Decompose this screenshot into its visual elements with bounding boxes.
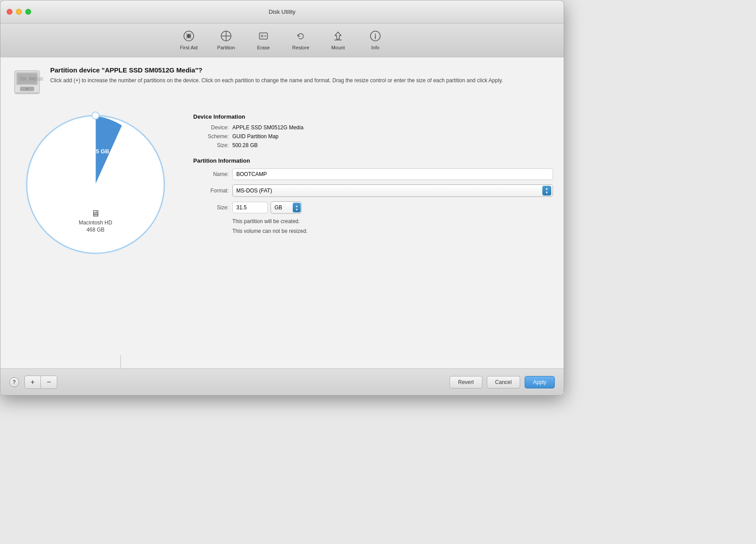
partition-info-title: Partition Information bbox=[193, 157, 553, 164]
svg-point-13 bbox=[26, 88, 28, 90]
svg-text:SSD SM0512G: SSD SM0512G bbox=[20, 77, 43, 81]
scheme-label: Scheme: bbox=[193, 133, 229, 140]
restore-label: Restore bbox=[292, 45, 310, 50]
device-value: APPLE SSD SM0512G Media bbox=[232, 124, 553, 131]
bottom-divider bbox=[120, 355, 121, 368]
info-label: Info bbox=[371, 45, 379, 50]
restore-icon bbox=[295, 30, 306, 44]
header-text: Partition device "APPLE SSD SM0512G Medi… bbox=[50, 66, 503, 84]
toolbar-first-aid[interactable]: First Aid bbox=[171, 27, 207, 53]
device-info-title: Device Information bbox=[193, 113, 553, 120]
info-panel: Device Information Device: APPLE SSD SM0… bbox=[193, 109, 553, 238]
mount-label: Mount bbox=[331, 45, 345, 50]
bottom-right-controls: Revert Cancel Apply bbox=[450, 376, 555, 388]
erase-icon bbox=[258, 30, 269, 44]
header-section: SSD SM0512G Partition device "APPLE SSD … bbox=[11, 66, 553, 98]
info-icon bbox=[370, 30, 381, 44]
header-title: Partition device "APPLE SSD SM0512G Medi… bbox=[50, 66, 503, 74]
main-wrapper: SSD SM0512G Partition device "APPLE SSD … bbox=[0, 57, 564, 395]
window-title: Disk Utility bbox=[269, 8, 296, 15]
format-select[interactable]: MS-DOS (FAT) ExFAT Mac OS Extended (Jour… bbox=[232, 184, 553, 197]
mac-os-icon: 🖥 bbox=[91, 208, 100, 219]
first-aid-icon bbox=[183, 30, 195, 44]
toolbar: First Aid Partition Erase bbox=[0, 24, 564, 57]
two-col-layout: 31.5 GB 🖥 Macintosh HD 468 GB Device Inf… bbox=[11, 109, 553, 260]
pie-wrapper: 31.5 GB 🖥 Macintosh HD 468 GB bbox=[20, 109, 171, 260]
erase-label: Erase bbox=[257, 45, 270, 50]
mac-size: 468 GB bbox=[87, 227, 105, 233]
help-button[interactable]: ? bbox=[9, 377, 19, 387]
first-aid-label: First Aid bbox=[180, 45, 198, 50]
device-label: Device: bbox=[193, 124, 229, 131]
mount-icon bbox=[332, 30, 344, 44]
partition-label: Partition bbox=[217, 45, 235, 50]
toolbar-restore[interactable]: Restore bbox=[283, 27, 318, 53]
name-label: Name: bbox=[193, 171, 229, 177]
size-field-row: Size: GB MB TB bbox=[193, 201, 553, 214]
bottom-left-controls: ? + − bbox=[9, 376, 57, 389]
size-label: Size: bbox=[193, 204, 229, 211]
unit-select-wrapper: GB MB TB bbox=[271, 201, 302, 214]
format-select-wrapper: MS-DOS (FAT) ExFAT Mac OS Extended (Jour… bbox=[232, 184, 553, 197]
format-label: Format: bbox=[193, 188, 229, 194]
header-description: Click add (+) to increase the number of … bbox=[50, 76, 503, 84]
unit-select[interactable]: GB MB TB bbox=[271, 201, 302, 214]
remove-partition-button[interactable]: − bbox=[41, 376, 57, 388]
note2: This volume can not be resized. bbox=[232, 228, 553, 234]
pie-area: 31.5 GB 🖥 Macintosh HD 468 GB bbox=[11, 109, 180, 260]
device-size-label: Size: bbox=[193, 142, 229, 148]
svg-marker-5 bbox=[335, 32, 341, 39]
note1: This partition will be created. bbox=[232, 218, 553, 224]
add-partition-button[interactable]: + bbox=[25, 376, 41, 388]
toolbar-erase[interactable]: Erase bbox=[246, 27, 281, 53]
disk-icon: SSD SM0512G bbox=[11, 66, 43, 98]
toolbar-info[interactable]: Info bbox=[358, 27, 393, 53]
size-number-input[interactable] bbox=[232, 202, 268, 213]
revert-button[interactable]: Revert bbox=[450, 376, 482, 388]
title-bar: Disk Utility bbox=[0, 0, 564, 24]
maximize-button[interactable] bbox=[25, 9, 31, 15]
svg-rect-14 bbox=[16, 92, 39, 93]
format-field-row: Format: MS-DOS (FAT) ExFAT Mac OS Extend… bbox=[193, 184, 553, 197]
svg-point-16 bbox=[92, 112, 99, 119]
partition-add-remove-controls: + − bbox=[24, 376, 57, 389]
window-controls[interactable] bbox=[7, 9, 31, 15]
apply-button[interactable]: Apply bbox=[525, 376, 555, 388]
cancel-button[interactable]: Cancel bbox=[487, 376, 520, 388]
partition-icon bbox=[220, 30, 232, 44]
main-content: SSD SM0512G Partition device "APPLE SSD … bbox=[0, 57, 564, 395]
svg-point-7 bbox=[375, 34, 376, 35]
bottom-bar: ? + − Revert Cancel Apply bbox=[0, 368, 564, 395]
name-field-row: Name: bbox=[193, 168, 553, 180]
toolbar-partition[interactable]: Partition bbox=[208, 27, 244, 53]
mac-label: 🖥 Macintosh HD 468 GB bbox=[79, 208, 112, 233]
size-inputs: GB MB TB bbox=[232, 201, 553, 214]
device-info-grid: Device: APPLE SSD SM0512G Media Scheme: … bbox=[193, 124, 553, 148]
close-button[interactable] bbox=[7, 9, 12, 15]
minimize-button[interactable] bbox=[16, 9, 22, 15]
mac-name: Macintosh HD bbox=[79, 220, 112, 226]
device-size-value: 500.28 GB bbox=[232, 142, 553, 148]
bootcamp-label: 31.5 GB bbox=[88, 148, 109, 155]
scheme-value: GUID Partition Map bbox=[232, 133, 553, 140]
svg-rect-2 bbox=[187, 35, 191, 37]
toolbar-mount[interactable]: Mount bbox=[320, 27, 356, 53]
name-input[interactable] bbox=[232, 168, 553, 180]
